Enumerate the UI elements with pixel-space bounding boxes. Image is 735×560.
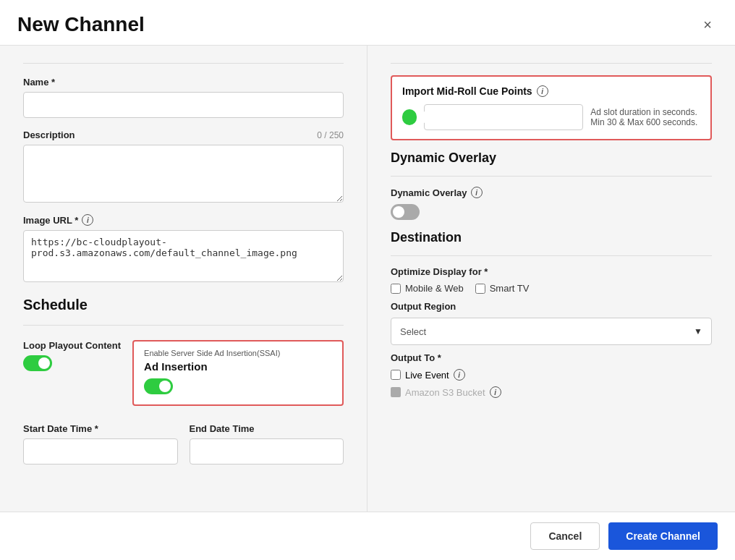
live-event-label: Live Event (405, 370, 449, 381)
midroll-duration-input[interactable]: 30 (424, 104, 583, 130)
live-event-item: Live Event i (391, 369, 712, 381)
optimize-display-group: Optimize Display for * Mobile & Web Smar… (391, 266, 712, 294)
amazon-s3-label: Amazon S3 Bucket (405, 387, 485, 398)
smart-tv-checkbox-item: Smart TV (475, 283, 530, 294)
cancel-button[interactable]: Cancel (530, 522, 600, 550)
smart-tv-checkbox[interactable] (475, 284, 485, 294)
datetime-row: Start Date Time * End Date Time (23, 423, 344, 464)
import-midroll-info-icon[interactable]: i (537, 85, 548, 97)
output-to-items: Live Event i Amazon S3 Bucket i (391, 369, 712, 398)
output-region-select[interactable]: Select ▼ (391, 318, 712, 345)
output-region-label: Output Region (391, 301, 712, 312)
ssai-toggle-wrapper (144, 378, 173, 394)
schedule-section-title: Schedule (23, 297, 344, 313)
smart-tv-label: Smart TV (490, 283, 530, 294)
description-label: Description (23, 130, 75, 140)
image-url-input[interactable]: https://bc-cloudplayout-prod.s3.amazonaw… (23, 230, 344, 282)
output-to-label: Output To * (391, 352, 712, 363)
modal-header: New Channel × (0, 0, 735, 46)
optimize-label: Optimize Display for * (391, 266, 712, 277)
mobile-web-checkbox-item: Mobile & Web (391, 283, 464, 294)
modal-footer: Cancel Create Channel (0, 512, 735, 560)
mobile-web-label: Mobile & Web (405, 283, 464, 294)
modal-body: Name * Description 0 / 250 Image URL * i… (0, 46, 735, 512)
amazon-s3-info-icon[interactable]: i (490, 386, 501, 398)
import-midroll-title: Import Mid-Roll Cue Points (402, 85, 532, 97)
right-column: Import Mid-Roll Cue Points i 30 Ad slot … (368, 46, 735, 512)
optimize-checkboxes: Mobile & Web Smart TV (391, 283, 712, 294)
left-column: Name * Description 0 / 250 Image URL * i… (0, 46, 368, 512)
output-to-group: Output To * Live Event i Amazon S3 Bucke… (391, 352, 712, 398)
name-label: Name * (23, 77, 344, 88)
ssai-title: Ad Insertion (144, 360, 332, 373)
amazon-s3-item: Amazon S3 Bucket i (391, 386, 712, 398)
select-arrow-icon: ▼ (694, 326, 702, 336)
destination-section: Optimize Display for * Mobile & Web Smar… (391, 266, 712, 398)
select-placeholder: Select (400, 326, 426, 337)
mobile-web-checkbox[interactable] (391, 284, 401, 294)
loop-playout-group: Loop Playout Content (23, 340, 121, 371)
create-channel-button[interactable]: Create Channel (608, 522, 718, 550)
modal-title: New Channel (17, 13, 145, 36)
start-date-label: Start Date Time * (23, 423, 178, 434)
image-url-label: Image URL * i (23, 214, 344, 226)
ssai-label: Enable Server Side Ad Insertion(SSAI) (144, 349, 332, 357)
start-date-group: Start Date Time * (23, 423, 178, 464)
loop-playout-toggle-wrapper (23, 355, 121, 371)
loop-playout-toggle[interactable] (23, 355, 52, 371)
ssai-toggle[interactable] (144, 378, 173, 394)
name-input[interactable] (23, 92, 344, 118)
live-event-checkbox[interactable] (391, 370, 401, 380)
start-date-input[interactable] (23, 438, 178, 464)
live-event-info-icon[interactable]: i (454, 369, 465, 381)
dynamic-overlay-info-icon[interactable]: i (471, 187, 483, 198)
dynamic-overlay-group: Dynamic Overlay i (391, 187, 712, 220)
midroll-hint: Ad slot duration in seconds. Min 30 & Ma… (590, 107, 700, 127)
import-midroll-toggle[interactable] (402, 109, 417, 125)
image-url-info-icon[interactable]: i (82, 214, 93, 226)
end-date-group: End Date Time (190, 423, 344, 464)
new-channel-modal: New Channel × Name * Description 0 / 250 (0, 0, 735, 560)
end-date-label: End Date Time (190, 423, 344, 434)
image-url-field-group: Image URL * i https://bc-cloudplayout-pr… (23, 214, 344, 282)
ssai-box: Enable Server Side Ad Insertion(SSAI) Ad… (132, 340, 344, 406)
description-field-group: Description 0 / 250 (23, 130, 344, 203)
dynamic-overlay-toggle[interactable] (391, 204, 420, 220)
dynamic-overlay-section-title: Dynamic Overlay (391, 150, 712, 166)
name-field-group: Name * (23, 77, 344, 118)
import-midroll-header: Import Mid-Roll Cue Points i (402, 85, 700, 97)
close-button[interactable]: × (697, 14, 718, 35)
loop-playout-label: Loop Playout Content (23, 340, 121, 351)
end-date-input[interactable] (190, 438, 344, 464)
dynamic-overlay-label: Dynamic Overlay i (391, 187, 712, 198)
schedule-row: Loop Playout Content Enable Server Side … (23, 340, 344, 406)
import-midroll-box: Import Mid-Roll Cue Points i 30 Ad slot … (391, 75, 712, 140)
char-count: 0 / 250 (317, 130, 344, 140)
description-textarea[interactable] (23, 145, 344, 203)
output-region-group: Output Region Select ▼ (391, 301, 712, 345)
destination-section-title: Destination (391, 230, 712, 245)
amazon-s3-checkbox-icon (391, 387, 401, 397)
import-midroll-controls: 30 Ad slot duration in seconds. Min 30 &… (402, 104, 700, 130)
